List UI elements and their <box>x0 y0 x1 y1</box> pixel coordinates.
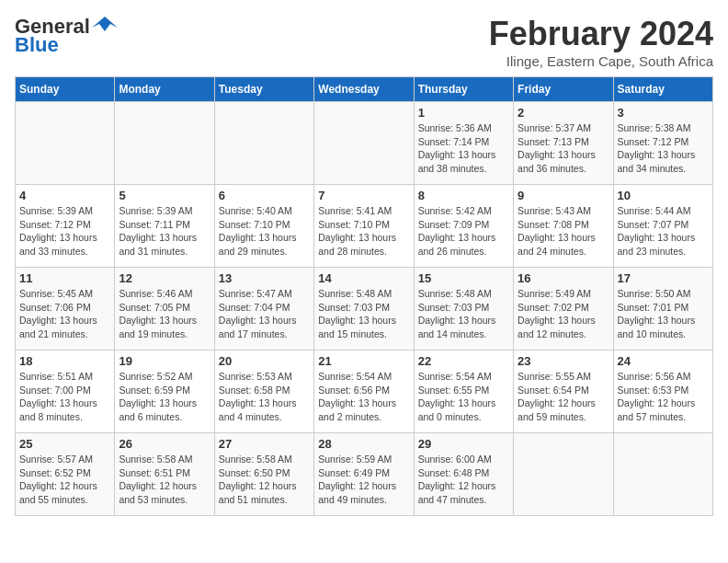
day-info: Sunrise: 5:51 AM Sunset: 7:00 PM Dayligh… <box>19 370 110 424</box>
calendar-cell: 29Sunrise: 6:00 AM Sunset: 6:48 PM Dayli… <box>414 433 513 516</box>
calendar-cell: 11Sunrise: 5:45 AM Sunset: 7:06 PM Dayli… <box>16 268 115 350</box>
day-info: Sunrise: 5:49 AM Sunset: 7:02 PM Dayligh… <box>518 287 609 341</box>
day-info: Sunrise: 5:38 AM Sunset: 7:12 PM Dayligh… <box>618 121 709 176</box>
calendar-cell: 4Sunrise: 5:39 AM Sunset: 7:12 PM Daylig… <box>16 185 115 268</box>
calendar-cell <box>613 433 712 516</box>
day-number: 21 <box>318 354 409 368</box>
calendar-cell: 24Sunrise: 5:56 AM Sunset: 6:53 PM Dayli… <box>613 350 712 433</box>
day-number: 26 <box>119 437 210 451</box>
day-number: 17 <box>618 271 709 285</box>
day-number: 16 <box>518 271 609 285</box>
day-info: Sunrise: 5:39 AM Sunset: 7:12 PM Dayligh… <box>19 204 110 259</box>
calendar-cell <box>514 433 613 516</box>
calendar-cell: 10Sunrise: 5:44 AM Sunset: 7:07 PM Dayli… <box>613 185 712 268</box>
day-number: 2 <box>518 106 609 120</box>
calendar-week-1: 1Sunrise: 5:36 AM Sunset: 7:14 PM Daylig… <box>16 102 713 185</box>
calendar-table: SundayMondayTuesdayWednesdayThursdayFrid… <box>15 76 713 516</box>
calendar-cell: 23Sunrise: 5:55 AM Sunset: 6:54 PM Dayli… <box>514 350 613 433</box>
calendar-cell: 18Sunrise: 5:51 AM Sunset: 7:00 PM Dayli… <box>16 350 115 433</box>
weekday-header-wednesday: Wednesday <box>314 77 414 102</box>
calendar-week-5: 25Sunrise: 5:57 AM Sunset: 6:52 PM Dayli… <box>16 433 713 516</box>
day-info: Sunrise: 5:50 AM Sunset: 7:01 PM Dayligh… <box>618 287 709 341</box>
day-info: Sunrise: 5:58 AM Sunset: 6:51 PM Dayligh… <box>119 453 210 507</box>
day-number: 23 <box>518 354 609 368</box>
weekday-header-row: SundayMondayTuesdayWednesdayThursdayFrid… <box>16 77 713 102</box>
day-info: Sunrise: 5:42 AM Sunset: 7:09 PM Dayligh… <box>418 204 509 259</box>
day-number: 1 <box>418 106 509 120</box>
calendar-cell: 5Sunrise: 5:39 AM Sunset: 7:11 PM Daylig… <box>115 185 214 268</box>
day-number: 27 <box>219 437 310 451</box>
day-info: Sunrise: 5:53 AM Sunset: 6:58 PM Dayligh… <box>219 370 310 424</box>
day-info: Sunrise: 5:44 AM Sunset: 7:07 PM Dayligh… <box>618 204 709 259</box>
calendar-cell: 16Sunrise: 5:49 AM Sunset: 7:02 PM Dayli… <box>514 268 613 350</box>
calendar-cell: 6Sunrise: 5:40 AM Sunset: 7:10 PM Daylig… <box>214 185 313 268</box>
calendar-cell: 12Sunrise: 5:46 AM Sunset: 7:05 PM Dayli… <box>115 268 214 350</box>
month-title: February 2024 <box>489 15 713 53</box>
day-number: 14 <box>318 271 409 285</box>
calendar-week-4: 18Sunrise: 5:51 AM Sunset: 7:00 PM Dayli… <box>16 350 713 433</box>
day-number: 9 <box>518 189 609 202</box>
weekday-header-sunday: Sunday <box>16 77 115 102</box>
weekday-header-monday: Monday <box>115 77 214 102</box>
day-number: 5 <box>119 189 210 202</box>
location-title: Ilinge, Eastern Cape, South Africa <box>489 53 713 69</box>
day-info: Sunrise: 5:52 AM Sunset: 6:59 PM Dayligh… <box>119 370 210 424</box>
day-info: Sunrise: 6:00 AM Sunset: 6:48 PM Dayligh… <box>418 453 509 507</box>
day-number: 11 <box>19 271 110 285</box>
day-info: Sunrise: 5:54 AM Sunset: 6:56 PM Dayligh… <box>318 370 409 424</box>
logo: General Blue <box>15 15 118 56</box>
calendar-cell: 2Sunrise: 5:37 AM Sunset: 7:13 PM Daylig… <box>514 102 613 185</box>
day-info: Sunrise: 5:48 AM Sunset: 7:03 PM Dayligh… <box>418 287 509 341</box>
day-info: Sunrise: 5:48 AM Sunset: 7:03 PM Dayligh… <box>318 287 409 341</box>
day-number: 15 <box>418 271 509 285</box>
day-info: Sunrise: 5:36 AM Sunset: 7:14 PM Dayligh… <box>418 121 509 176</box>
day-info: Sunrise: 5:54 AM Sunset: 6:55 PM Dayligh… <box>418 370 509 424</box>
day-number: 28 <box>318 437 409 451</box>
calendar-cell <box>214 102 313 185</box>
day-number: 6 <box>219 189 310 202</box>
day-number: 18 <box>19 354 110 368</box>
day-number: 4 <box>19 189 110 202</box>
calendar-cell: 22Sunrise: 5:54 AM Sunset: 6:55 PM Dayli… <box>414 350 513 433</box>
day-info: Sunrise: 5:40 AM Sunset: 7:10 PM Dayligh… <box>219 204 310 259</box>
calendar-cell: 7Sunrise: 5:41 AM Sunset: 7:10 PM Daylig… <box>314 185 414 268</box>
day-info: Sunrise: 5:47 AM Sunset: 7:04 PM Dayligh… <box>219 287 310 341</box>
day-info: Sunrise: 5:59 AM Sunset: 6:49 PM Dayligh… <box>318 453 409 507</box>
day-number: 7 <box>318 189 409 202</box>
title-area: February 2024 Ilinge, Eastern Cape, Sout… <box>489 15 713 69</box>
calendar-cell <box>115 102 214 185</box>
calendar-cell: 28Sunrise: 5:59 AM Sunset: 6:49 PM Dayli… <box>314 433 414 516</box>
day-number: 25 <box>19 437 110 451</box>
calendar-week-3: 11Sunrise: 5:45 AM Sunset: 7:06 PM Dayli… <box>16 268 713 350</box>
weekday-header-tuesday: Tuesday <box>214 77 313 102</box>
calendar-cell: 20Sunrise: 5:53 AM Sunset: 6:58 PM Dayli… <box>214 350 313 433</box>
day-info: Sunrise: 5:37 AM Sunset: 7:13 PM Dayligh… <box>518 121 609 176</box>
day-info: Sunrise: 5:41 AM Sunset: 7:10 PM Dayligh… <box>318 204 409 259</box>
calendar-cell: 17Sunrise: 5:50 AM Sunset: 7:01 PM Dayli… <box>613 268 712 350</box>
day-number: 3 <box>618 106 709 120</box>
svg-marker-0 <box>92 17 118 31</box>
calendar-cell: 8Sunrise: 5:42 AM Sunset: 7:09 PM Daylig… <box>414 185 513 268</box>
day-number: 12 <box>119 271 210 285</box>
logo-blue: Blue <box>15 34 118 56</box>
day-info: Sunrise: 5:45 AM Sunset: 7:06 PM Dayligh… <box>19 287 110 341</box>
header: General Blue February 2024 Ilinge, Easte… <box>15 15 713 69</box>
calendar-cell: 26Sunrise: 5:58 AM Sunset: 6:51 PM Dayli… <box>115 433 214 516</box>
calendar-cell <box>314 102 414 185</box>
day-info: Sunrise: 5:58 AM Sunset: 6:50 PM Dayligh… <box>219 453 310 507</box>
day-info: Sunrise: 5:56 AM Sunset: 6:53 PM Dayligh… <box>618 370 709 424</box>
weekday-header-thursday: Thursday <box>414 77 513 102</box>
day-number: 13 <box>219 271 310 285</box>
weekday-header-saturday: Saturday <box>613 77 712 102</box>
day-number: 8 <box>418 189 509 202</box>
calendar-cell: 15Sunrise: 5:48 AM Sunset: 7:03 PM Dayli… <box>414 268 513 350</box>
calendar-week-2: 4Sunrise: 5:39 AM Sunset: 7:12 PM Daylig… <box>16 185 713 268</box>
day-number: 19 <box>119 354 210 368</box>
calendar-cell: 19Sunrise: 5:52 AM Sunset: 6:59 PM Dayli… <box>115 350 214 433</box>
day-info: Sunrise: 5:43 AM Sunset: 7:08 PM Dayligh… <box>518 204 609 259</box>
calendar-cell: 21Sunrise: 5:54 AM Sunset: 6:56 PM Dayli… <box>314 350 414 433</box>
calendar-cell: 25Sunrise: 5:57 AM Sunset: 6:52 PM Dayli… <box>16 433 115 516</box>
day-number: 22 <box>418 354 509 368</box>
calendar-cell <box>16 102 115 185</box>
day-number: 10 <box>618 189 709 202</box>
